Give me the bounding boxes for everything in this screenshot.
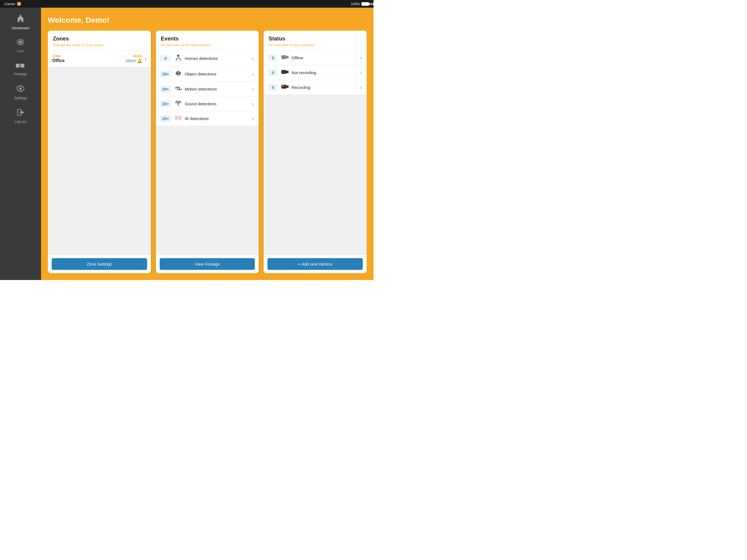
sidebar-item-dashboard[interactable]: Dashboard bbox=[0, 10, 41, 34]
status-card-title: Status bbox=[268, 35, 362, 42]
not-recording-camera-icon bbox=[281, 69, 289, 76]
event-row-motion[interactable]: 20+ Motion detections ∨ bbox=[156, 82, 259, 97]
svg-point-9 bbox=[177, 55, 179, 57]
zones-card: Zones Change the mode of your zones Zone… bbox=[48, 31, 151, 273]
chevron-down-icon-ir: ∨ bbox=[252, 117, 254, 121]
zones-card-header: Zones Change the mode of your zones bbox=[48, 31, 151, 51]
chevron-down-icon-sound: ∨ bbox=[252, 102, 254, 106]
events-card-body: 0 Human detections ∨ 20+ bbox=[156, 51, 259, 255]
status-card: Status An overview of your cameras 0 bbox=[264, 31, 367, 273]
zone-name: Office bbox=[52, 58, 126, 63]
sidebar-item-logout[interactable]: Log out bbox=[0, 104, 41, 128]
zone-settings-button[interactable]: Zone Settings bbox=[52, 258, 147, 270]
zone-label: Zone bbox=[52, 54, 126, 58]
svg-point-16 bbox=[282, 85, 284, 87]
event-count-human: 0 bbox=[160, 55, 171, 62]
zone-row[interactable]: Zone Office Mode Silent 🔔 › bbox=[48, 51, 151, 67]
status-row-recording[interactable]: 5 Recording ∨ bbox=[264, 80, 367, 95]
event-row-sound[interactable]: 20+ Sound detections ∨ bbox=[156, 97, 259, 111]
ir-icon bbox=[175, 116, 182, 122]
event-label-ir: IR detections bbox=[185, 116, 252, 121]
chevron-down-icon-offline: ∨ bbox=[360, 56, 362, 60]
events-card-title: Events bbox=[161, 35, 254, 42]
event-row-ir[interactable]: 20+ IR detections ∨ bbox=[156, 111, 259, 126]
event-label-human: Human detections bbox=[185, 56, 252, 61]
status-count-offline: 0 bbox=[268, 54, 278, 61]
svg-point-0 bbox=[20, 15, 21, 17]
chevron-right-icon: › bbox=[145, 56, 147, 62]
mode-value: Silent 🔔 bbox=[126, 58, 142, 63]
battery-icon bbox=[361, 2, 369, 6]
sound-icon bbox=[175, 101, 182, 107]
event-count-ir: 20+ bbox=[160, 115, 171, 122]
chevron-down-icon-recording: ∨ bbox=[360, 85, 362, 90]
svg-point-1 bbox=[19, 41, 22, 44]
status-label-recording: Recording bbox=[291, 85, 360, 90]
object-icon bbox=[175, 70, 182, 78]
main-content: Welcome, Demo! Zones Change the mode of … bbox=[41, 8, 374, 280]
status-row-not-recording[interactable]: 0 Not recording ∨ bbox=[264, 65, 367, 80]
zones-card-body: Zone Office Mode Silent 🔔 › bbox=[48, 51, 151, 255]
sidebar-item-live[interactable]: Live bbox=[0, 34, 41, 57]
cards-row: Zones Change the mode of your zones Zone… bbox=[48, 31, 367, 273]
human-icon bbox=[175, 54, 182, 62]
zones-card-footer: Zone Settings bbox=[48, 255, 151, 273]
sidebar-item-label-settings: Settings bbox=[14, 96, 27, 100]
svg-rect-4 bbox=[16, 64, 20, 68]
zones-card-title: Zones bbox=[53, 35, 146, 42]
recording-camera-icon bbox=[281, 84, 289, 91]
events-card: Events An overview of the latest events … bbox=[156, 31, 259, 273]
status-count-recording: 5 bbox=[268, 84, 278, 91]
sidebar-item-footage[interactable]: Footage bbox=[0, 57, 41, 80]
event-count-motion: 20+ bbox=[160, 85, 171, 93]
chevron-down-icon-motion: ∨ bbox=[252, 87, 254, 91]
sidebar-item-settings[interactable]: Settings bbox=[0, 80, 41, 104]
event-count-sound: 20+ bbox=[160, 100, 171, 107]
status-card-subtitle: An overview of your cameras bbox=[268, 43, 362, 47]
chevron-down-icon-object: ∨ bbox=[252, 72, 254, 76]
svg-point-10 bbox=[177, 102, 179, 104]
motion-icon bbox=[175, 86, 182, 92]
events-card-footer: View Footage bbox=[156, 255, 259, 273]
logout-icon bbox=[17, 109, 24, 118]
wifi-icon: 📶 bbox=[17, 2, 21, 6]
svg-rect-14 bbox=[281, 70, 287, 74]
chevron-down-icon-not-recording: ∨ bbox=[360, 71, 362, 75]
status-card-footer: + Add new camera bbox=[264, 255, 367, 273]
sidebar: Dashboard Live Footage bbox=[0, 8, 41, 280]
events-card-header: Events An overview of the latest events bbox=[156, 31, 259, 51]
status-label-offline: Offline bbox=[291, 55, 360, 60]
footage-icon bbox=[16, 62, 25, 70]
offline-camera-icon bbox=[281, 54, 289, 61]
status-row-offline[interactable]: 0 Offline ∨ bbox=[264, 51, 367, 65]
event-row-object[interactable]: 20+ Object detections ∨ bbox=[156, 67, 259, 82]
dashboard-icon bbox=[17, 15, 25, 24]
status-bar: Carrier 📶 3:44 PM 100% bbox=[0, 0, 374, 8]
svg-rect-13 bbox=[281, 55, 287, 59]
event-label-object: Object detections bbox=[185, 72, 252, 76]
events-card-subtitle: An overview of the latest events bbox=[161, 43, 254, 47]
carrier-label: Carrier bbox=[4, 2, 15, 6]
live-icon bbox=[17, 39, 25, 47]
add-camera-button[interactable]: + Add new camera bbox=[267, 258, 363, 270]
mode-info: Mode Silent 🔔 bbox=[126, 54, 142, 63]
svg-rect-15 bbox=[281, 85, 287, 88]
status-card-body: 0 Offline ∨ 0 bbox=[264, 51, 367, 255]
welcome-title: Welcome, Demo! bbox=[48, 16, 367, 25]
sidebar-item-label-footage: Footage bbox=[14, 72, 27, 76]
svg-rect-5 bbox=[21, 64, 24, 68]
sidebar-item-label-live: Live bbox=[17, 49, 24, 53]
settings-icon bbox=[17, 85, 24, 94]
mode-label: Mode bbox=[126, 54, 142, 58]
event-label-sound: Sound detections bbox=[185, 101, 252, 106]
status-label-not-recording: Not recording bbox=[291, 70, 360, 75]
view-footage-button[interactable]: View Footage bbox=[160, 258, 255, 270]
event-count-object: 20+ bbox=[160, 71, 171, 77]
zone-info: Zone Office bbox=[52, 54, 126, 63]
battery-label: 100% bbox=[351, 2, 360, 6]
event-row-human[interactable]: 0 Human detections ∨ bbox=[156, 51, 259, 67]
sidebar-item-label-logout: Log out bbox=[15, 120, 26, 124]
status-card-header: Status An overview of your cameras bbox=[264, 31, 367, 51]
event-label-motion: Motion detections bbox=[185, 87, 252, 91]
status-count-not-recording: 0 bbox=[268, 69, 278, 76]
